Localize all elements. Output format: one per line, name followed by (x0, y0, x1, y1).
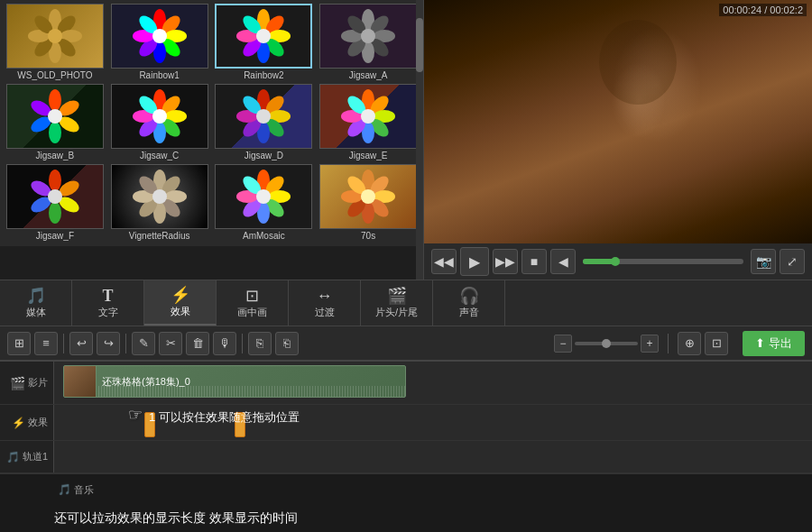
track-film: 🎬 影片 还珠格格(第18集)_0 (0, 362, 812, 405)
redo-button[interactable]: ↪ (97, 332, 120, 355)
effect-label-jigsaw-f: Jigsaw_F (36, 229, 74, 243)
progress-thumb[interactable] (611, 257, 620, 266)
film-clip-waveform (97, 386, 405, 397)
link-button[interactable]: ⊕ (678, 332, 701, 355)
tab-title-label: 片头/片尾 (375, 306, 418, 319)
effects-scrollbar-thumb[interactable] (416, 18, 423, 72)
playback-progress[interactable] (583, 259, 743, 264)
tab-title-credits[interactable]: 🎬 片头/片尾 (361, 280, 433, 326)
volume-button[interactable]: ◀ (550, 249, 576, 274)
play-button[interactable]: ▶ (460, 247, 489, 276)
next-frame-button[interactable]: ▶▶ (493, 249, 518, 274)
svg-point-51 (152, 109, 167, 124)
timeline-toolbar: ⊞ ≡ ↩ ↪ ✎ ✂ 🗑 🎙 ⎘ ⎗ − + ⊕ ⊡ ⬆ 导出 (0, 326, 812, 361)
unlink-button[interactable]: ⊡ (705, 332, 728, 355)
stop-button[interactable]: ■ (521, 249, 547, 274)
track-film-label: 🎬 影片 (0, 362, 54, 404)
audio1-track-name: 轨道1 (23, 450, 48, 463)
effect-label-rainbow1: Rainbow1 (139, 69, 179, 82)
cut-button[interactable]: ✂ (159, 332, 182, 355)
effect-label-jigsaw-a: Jigsaw_A (349, 69, 388, 82)
tab-pip-icon: ⊡ (245, 288, 259, 304)
zoom-plus-button[interactable]: + (641, 335, 659, 353)
delete-button[interactable]: 🗑 (186, 332, 209, 355)
tab-picture-in-picture[interactable]: ⊡ 画中画 (217, 280, 289, 326)
effect-label-jigsaw-e: Jigsaw_E (349, 149, 388, 162)
track-film-content: 还珠格格(第18集)_0 (54, 362, 812, 404)
film-clip-thumbnail (64, 366, 97, 397)
annotation-area: 🎵 音乐 还可以拉动效果的显示长度 效果显示的时间 (0, 473, 812, 532)
video-frame (424, 0, 812, 243)
snapshot-button[interactable]: 📷 (751, 249, 776, 274)
video-controls: ◀◀ ▶ ▶▶ ■ ◀ 📷 ⤢ (424, 243, 812, 280)
effect-item-jigsaw-a[interactable]: Jigsaw_A (317, 4, 420, 82)
film-clip[interactable]: 还珠格格(第18集)_0 (63, 365, 406, 398)
effect-label-ws-old-photo: WS_OLD_PHOTO (17, 69, 92, 82)
fullscreen-button[interactable]: ⤢ (780, 249, 805, 274)
svg-point-35 (361, 29, 375, 43)
music-track-icon: 🎵 音乐 (54, 483, 99, 497)
tab-audio-label: 声音 (459, 306, 479, 319)
effects-panel: WS_OLD_PHOTO (0, 0, 424, 280)
app-container: WS_OLD_PHOTO (0, 0, 812, 532)
export-icon: ⬆ (755, 336, 765, 350)
edit-button[interactable]: ✎ (132, 332, 155, 355)
effect-label-jigsaw-b: Jigsaw_B (35, 149, 74, 162)
zoom-slider-track[interactable] (575, 342, 638, 345)
export-button[interactable]: ⬆ 导出 (743, 331, 805, 356)
effect-item-vignette[interactable]: VignetteRadius (108, 164, 211, 243)
effects-track-icon: ⚡ (12, 417, 25, 429)
tab-effects[interactable]: ⚡ 效果 (144, 280, 217, 326)
tab-effects-label: 效果 (171, 305, 190, 318)
svg-point-42 (48, 109, 62, 124)
zoom-controls: − + (554, 335, 659, 353)
tab-media[interactable]: 🎵 媒体 (0, 280, 72, 326)
effect-item-jigsaw-d[interactable]: Jigsaw_D (213, 84, 316, 162)
tab-pip-label: 画中画 (237, 306, 267, 319)
prev-frame-button[interactable]: ◀◀ (431, 249, 457, 274)
svg-point-36 (49, 89, 61, 111)
tab-effects-icon: ⚡ (171, 287, 190, 303)
zoom-minus-button[interactable]: − (554, 335, 572, 353)
mode-grid-button[interactable]: ⊞ (7, 332, 31, 355)
effect-item-jigsaw-c[interactable]: Jigsaw_C (108, 84, 211, 162)
effect-label-jigsaw-c: Jigsaw_C (140, 149, 179, 162)
track-effects-content: ☞ 1 可以按住效果随意拖动位置 (54, 405, 812, 440)
svg-point-103 (361, 189, 375, 204)
copy-button[interactable]: ⎘ (248, 332, 272, 355)
effect-item-jigsaw-f[interactable]: Jigsaw_F (4, 164, 106, 243)
video-panel: 00:00:24 / 00:02:2 ◀◀ ▶ ▶▶ ■ ◀ 📷 ⤢ (424, 0, 812, 280)
tab-transition[interactable]: ↔ 过渡 (289, 280, 361, 326)
effect-item-jigsaw-b[interactable]: Jigsaw_B (4, 84, 106, 162)
svg-point-70 (49, 170, 61, 191)
effect-label-rainbow2: Rainbow2 (244, 69, 283, 82)
tab-transition-icon: ↔ (317, 288, 333, 304)
video-timecode: 00:00:24 / 00:02:2 (719, 4, 807, 16)
effect-item-rainbow1[interactable]: Rainbow1 (108, 4, 211, 82)
effects-track-name: 效果 (28, 416, 48, 429)
tab-text-icon: T (102, 288, 113, 304)
effect-item-jigsaw-e[interactable]: Jigsaw_E (317, 84, 420, 162)
tab-media-icon: 🎵 (26, 288, 46, 304)
effects-scrollbar[interactable] (416, 0, 423, 280)
svg-point-26 (256, 29, 271, 43)
toolbar-tabs-row: 🎵 媒体 T 文字 ⚡ 效果 ⊡ 画中画 ↔ 过渡 🎬 片头/片尾 🎧 声音 (0, 280, 812, 326)
effect-item-70s[interactable]: 70s (317, 164, 420, 243)
film-track-name: 影片 (28, 376, 48, 390)
effect-item-rainbow2[interactable]: Rainbow2 (213, 4, 316, 82)
svg-point-94 (256, 189, 271, 204)
film-track-icon: 🎬 (10, 376, 25, 390)
zoom-slider-thumb[interactable] (602, 339, 611, 348)
tab-audio[interactable]: 🎧 声音 (433, 280, 505, 326)
paste-button[interactable]: ⎗ (275, 332, 299, 355)
effect-item-ws-old-photo[interactable]: WS_OLD_PHOTO (4, 4, 106, 82)
undo-button[interactable]: ↩ (69, 332, 93, 355)
effect-item-ammosaic[interactable]: AmMosaic (213, 164, 316, 243)
track-effects: ⚡ 效果 ☞ 1 可以按住效果随意拖动位置 (0, 405, 812, 441)
annotation-line2: 还可以拉动效果的显示长度 效果显示的时间 (54, 508, 298, 527)
mode-list-button[interactable]: ≡ (34, 332, 58, 355)
record-button[interactable]: 🎙 (213, 332, 236, 355)
effect-label-vignette: VignetteRadius (129, 229, 190, 243)
tab-text[interactable]: T 文字 (72, 280, 144, 326)
timeline-tracks: 🎬 影片 还珠格格(第18集)_0 (0, 362, 812, 473)
